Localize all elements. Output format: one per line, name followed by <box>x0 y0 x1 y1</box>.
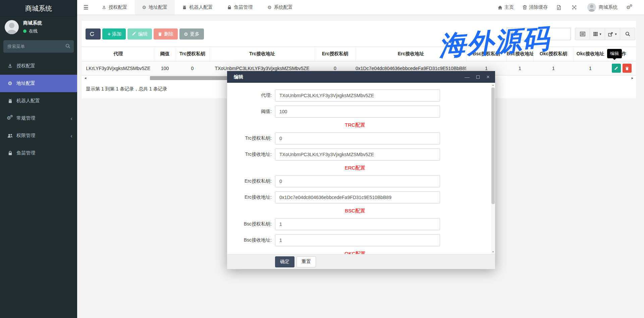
col-header-erc-address[interactable]: Erc接收地址 <box>356 47 466 61</box>
table-header-row: 代理 阈值 Trc授权私钥 Trc接收地址 Erc授权私钥 Erc接收地址 Bs… <box>82 47 636 61</box>
tab-address-config[interactable]: ⚙ 地址配置 <box>135 0 175 15</box>
fullscreen-button[interactable] <box>568 0 583 15</box>
cogs-icon: ⚙⚙ <box>626 5 633 10</box>
app-screen: 商城系统 商城系统 在线 <box>0 0 644 318</box>
delete-button[interactable]: 删除 <box>154 28 178 40</box>
sidebar-item-address-config[interactable]: ⚙ 地址配置 <box>0 75 77 92</box>
tab-label: 地址配置 <box>149 4 167 10</box>
refresh-icon <box>90 31 95 37</box>
col-header-erc-key[interactable]: Erc授权私钥 <box>315 47 356 61</box>
sidebar-item-robot-config[interactable]: 机器人配置 <box>0 92 77 110</box>
delete-label: 删除 <box>164 31 173 37</box>
modal-scrollbar-thumb[interactable] <box>491 87 495 204</box>
col-header-okc-key[interactable]: Okc授权私钥 <box>533 47 574 61</box>
nav-user-label: 商城系统 <box>599 4 618 10</box>
clear-cache-link[interactable]: 清除缓存 <box>518 0 552 15</box>
tab-fry-mgmt[interactable]: 鱼苗管理 <box>220 0 260 15</box>
menu-search-input[interactable] <box>3 40 74 53</box>
export-icon <box>608 32 613 37</box>
sidebar-search <box>3 40 74 53</box>
user-status: 在线 <box>23 28 42 34</box>
tab-label: 系统配置 <box>274 4 293 10</box>
edit-button[interactable]: 编辑 <box>127 28 152 40</box>
cogs-icon: ⚙⚙ <box>7 115 13 121</box>
col-header-threshold[interactable]: 阈值 <box>155 47 175 61</box>
minimize-icon[interactable]: — <box>465 75 470 79</box>
settings-cogs-button[interactable]: ⚙⚙ <box>622 0 639 15</box>
tab-system-config[interactable]: ⚙ 系统配置 <box>260 0 300 15</box>
close-icon[interactable]: × <box>486 74 490 80</box>
field-bsc-key: Bsc授权私钥: <box>227 218 483 230</box>
anchor-icon: ⚓ <box>102 5 106 10</box>
search-icon <box>625 31 630 37</box>
section-okc: OKC配置 <box>227 250 483 254</box>
trash-icon <box>625 66 629 70</box>
avatar <box>5 20 19 34</box>
col-header-trc-address[interactable]: Trc接收地址 <box>210 47 315 61</box>
fullscreen-icon <box>572 5 577 10</box>
add-button[interactable]: ＋ 添加 <box>102 28 126 40</box>
bsc-address-input[interactable] <box>275 234 440 246</box>
sidebar-item-auth-config[interactable]: ⚓ 授权配置 <box>0 57 77 75</box>
cell-agent: LKrLYF3y3VjxgksMZSMbv5ZE <box>82 61 155 75</box>
field-bsc-address: Bsc接收地址: <box>227 234 483 246</box>
pencil-icon <box>614 66 618 70</box>
col-header-bsc-address[interactable]: Bsc接收地址 <box>506 47 533 61</box>
trc-address-input[interactable] <box>275 148 440 161</box>
col-header-trc-key[interactable]: Trc授权私钥 <box>175 47 210 61</box>
more-label: 更多 <box>190 31 200 37</box>
field-label: Erc授权私钥: <box>227 178 272 184</box>
edit-modal: 编辑 — × 代理: 阈值: TRC配置 Trc授权私钥: Trc接收地 <box>227 71 495 269</box>
table-search-input[interactable] <box>506 28 571 40</box>
maximize-icon[interactable] <box>476 75 480 79</box>
col-header-bsc-key[interactable]: Bsc授权私钥 <box>466 47 506 61</box>
scroll-up-icon[interactable]: ▲ <box>491 84 495 86</box>
reset-button[interactable]: 重置 <box>297 256 316 267</box>
sidebar: 商城系统 商城系统 在线 <box>0 0 77 318</box>
search-button[interactable] <box>620 28 635 40</box>
columns-button[interactable]: ▾ <box>590 28 605 40</box>
col-header-okc-address[interactable]: Okc接收地址 <box>574 47 607 61</box>
sidebar-item-label: 鱼苗管理 <box>16 150 35 156</box>
field-erc-key: Erc授权私钥: <box>227 175 483 187</box>
tab-auth-config[interactable]: ⚓ 授权配置 <box>95 0 135 15</box>
col-header-agent[interactable]: 代理 <box>82 47 155 61</box>
erc-address-input[interactable] <box>275 191 440 203</box>
log-button[interactable] <box>552 0 568 15</box>
field-erc-address: Erc接收地址: <box>227 191 483 203</box>
avatar <box>587 3 596 12</box>
threshold-input[interactable] <box>275 106 440 118</box>
app-title: 商城系统 <box>0 0 77 17</box>
row-delete-button[interactable] <box>623 64 632 73</box>
tab-robot-config[interactable]: 机器人配置 <box>175 0 220 15</box>
anchor-icon: ⚓ <box>7 63 13 69</box>
section-trc: TRC配置 <box>227 122 483 128</box>
nav-user[interactable]: 商城系统 <box>583 0 622 15</box>
scroll-down-icon[interactable]: ▼ <box>491 251 495 253</box>
scroll-right-icon[interactable]: ► <box>631 76 634 80</box>
gear-icon: ⚙ <box>142 5 147 10</box>
erc-key-input[interactable] <box>275 175 440 187</box>
sidebar-item-fry-mgmt[interactable]: 鱼苗管理 <box>0 144 77 162</box>
export-button[interactable]: ▾ <box>605 28 620 40</box>
add-label: 添加 <box>112 31 121 37</box>
refresh-button[interactable] <box>86 28 101 40</box>
agent-input[interactable] <box>275 89 440 102</box>
detail-view-button[interactable] <box>575 28 590 40</box>
trc-key-input[interactable] <box>275 132 440 144</box>
field-label: Trc授权私钥: <box>227 135 272 141</box>
hamburger-icon[interactable]: ☰ <box>77 0 95 15</box>
scroll-left-icon[interactable]: ◄ <box>84 76 87 80</box>
home-link[interactable]: 主页 <box>493 0 518 15</box>
sidebar-item-permission-mgmt[interactable]: 权限管理 ‹ <box>0 127 77 144</box>
row-edit-button[interactable] <box>612 64 621 73</box>
modal-header[interactable]: 编辑 — × <box>227 71 495 83</box>
cell-trc-key: 0 <box>175 61 210 75</box>
bsc-key-input[interactable] <box>275 218 440 230</box>
chevron-left-icon: ‹ <box>70 133 72 139</box>
confirm-button[interactable]: 确定 <box>275 256 294 267</box>
more-button[interactable]: ⚙ 更多 <box>179 28 204 40</box>
clear-cache-label: 清除缓存 <box>529 4 548 10</box>
sidebar-item-general-mgmt[interactable]: ⚙⚙ 常规管理 ‹ <box>0 110 77 127</box>
field-label: Trc接收地址: <box>227 151 272 157</box>
